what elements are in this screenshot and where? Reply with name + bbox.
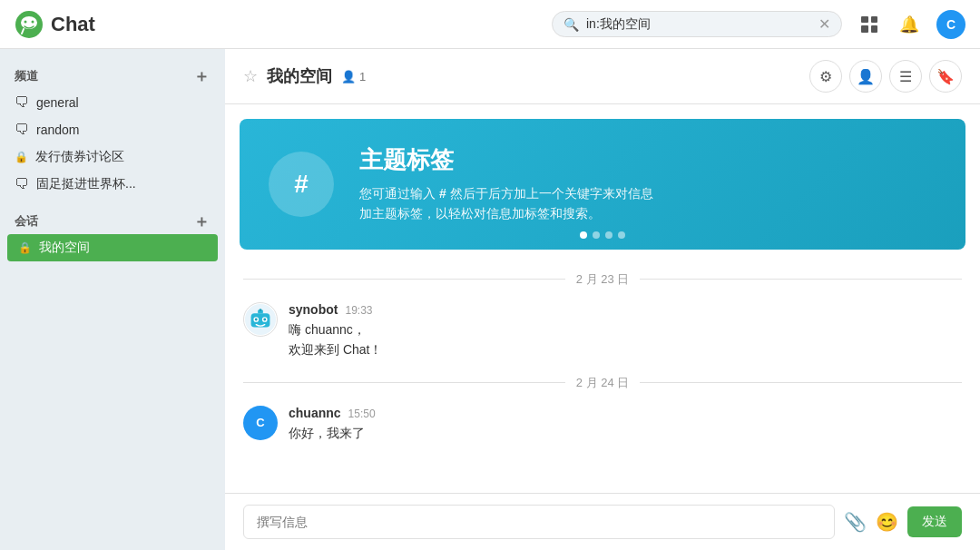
favorite-star-icon[interactable]: ☆ [243,66,258,86]
svg-point-9 [255,318,258,320]
sidebar-item-general[interactable]: 🗨 general [0,89,225,116]
notification-icon[interactable]: 🔔 [897,12,922,37]
channel-hash-icon: 🗨 [15,122,29,138]
date-label-feb24: 2 月 24 日 [576,375,630,391]
message-author-chuannc: chuannc [289,406,341,420]
bookmark-button[interactable]: 🔖 [929,60,962,93]
message-body-chuannc: chuannc 15:50 你好，我来了 [289,406,962,443]
message-time-chuannc: 15:50 [348,408,376,420]
header-actions: 🔔 C [857,10,965,39]
channel-name: 发行债券讨论区 [35,149,124,165]
chuannc-avatar-letter: C [256,416,264,429]
svg-text:#: # [294,170,309,198]
channels-section: 频道 ＋ 🗨 general 🗨 random 🔒 发行债券讨论区 🗨 固足挺进… [0,64,225,198]
app-logo-icon [15,10,44,39]
channels-header: 频道 ＋ [0,64,225,89]
sidebar-item-bonds[interactable]: 🔒 发行债券讨论区 [0,143,225,171]
search-input[interactable] [586,17,811,32]
conversations-header: 会话 ＋ [0,209,225,234]
settings-button[interactable]: ⚙ [809,60,842,93]
message-line2: 欢迎来到 Chat！ [289,342,382,357]
message-author-synobot: synobot [289,302,338,317]
message-body-synobot: synobot 19:33 嗨 chuannc， 欢迎来到 Chat！ [289,302,962,360]
svg-point-12 [260,309,262,311]
send-label: 发送 [922,514,947,530]
content-area: ☆ 我的空间 👤 1 ⚙ 👤 ☰ 🔖 # [225,49,980,550]
svg-point-3 [32,20,34,23]
banner-dot-1[interactable] [580,231,587,239]
message-synobot: synobot 19:33 嗨 chuannc， 欢迎来到 Chat！ [225,295,980,368]
input-area: 📎 😊 发送 [225,493,980,550]
sidebar: 频道 ＋ 🗨 general 🗨 random 🔒 发行债券讨论区 🗨 固足挺进… [0,49,225,550]
synobot-avatar [243,302,278,337]
svg-point-10 [263,318,266,320]
member-icon: 👤 [341,70,356,83]
chuannc-avatar: C [243,406,278,440]
app-name: Chat [51,13,95,36]
search-bar[interactable]: 🔍 ✕ [552,11,842,37]
channel-hash-icon: 🗨 [15,176,29,192]
attachment-icon[interactable]: 📎 [844,511,867,533]
search-clear-icon[interactable]: ✕ [818,15,830,33]
search-icon: 🔍 [564,17,579,32]
channel-name: general [36,95,79,110]
message-text-chuannc: 你好，我来了 [289,423,962,443]
date-separator-feb24: 2 月 24 日 [225,368,980,398]
banner-title: 主题标签 [359,144,653,176]
member-count-value: 1 [359,70,366,83]
app-logo: Chat [15,10,95,39]
message-meta-synobot: synobot 19:33 [289,302,962,317]
header: Chat 🔍 ✕ 🔔 C [0,0,980,49]
message-line1: 嗨 chuannc， [289,322,366,337]
add-channel-button[interactable]: ＋ [192,67,211,85]
members-button[interactable]: 👤 [849,60,882,93]
banner-dot-3[interactable] [605,231,612,239]
channel-header: ☆ 我的空间 👤 1 ⚙ 👤 ☰ 🔖 [225,49,980,104]
banner-dot-2[interactable] [593,231,600,239]
sidebar-item-random[interactable]: 🗨 random [0,116,225,143]
conversations-section: 会话 ＋ 🔒 我的空间 [0,209,225,261]
message-time-synobot: 19:33 [345,304,372,317]
message-input[interactable] [243,505,835,539]
channel-name: random [36,123,79,137]
user-avatar[interactable]: C [936,10,965,39]
message-meta-chuannc: chuannc 15:50 [289,406,962,420]
message-chuannc: C chuannc 15:50 你好，我来了 [225,398,980,450]
banner-hash-icon: # [269,152,334,217]
channels-label: 频道 [15,68,38,84]
channel-name: 固足挺进世界杯... [36,176,136,192]
member-count: 👤 1 [341,70,366,83]
lock-icon: 🔒 [15,151,28,163]
conversations-label: 会话 [15,213,38,230]
banner-description: 您可通过输入 # 然后于后方加上一个关键字来对信息加主题标签，以轻松对信息加标签… [359,183,653,224]
messages-area: # 主题标签 您可通过输入 # 然后于后方加上一个关键字来对信息加主题标签，以轻… [225,104,980,493]
lock-icon: 🔒 [18,241,32,254]
channel-title-area: ☆ 我的空间 👤 1 [243,65,366,87]
banner-pagination [580,231,625,239]
date-label-feb23: 2 月 23 日 [576,271,630,288]
message-text-synobot: 嗨 chuannc， 欢迎来到 Chat！ [289,319,962,360]
grid-icon[interactable] [857,12,882,37]
emoji-icon[interactable]: 😊 [876,511,898,533]
channel-title: 我的空间 [267,65,332,87]
svg-point-2 [24,20,27,23]
main-layout: 频道 ＋ 🗨 general 🗨 random 🔒 发行债券讨论区 🗨 固足挺进… [0,49,980,550]
sidebar-item-soccer[interactable]: 🗨 固足挺进世界杯... [0,171,225,198]
channel-actions: ⚙ 👤 ☰ 🔖 [809,60,962,93]
channel-hash-icon: 🗨 [15,94,29,111]
conversation-name: 我的空间 [39,240,90,256]
svg-point-1 [21,16,37,29]
banner-dot-4[interactable] [618,231,625,239]
send-button[interactable]: 发送 [907,506,962,537]
add-conversation-button[interactable]: ＋ [192,212,211,231]
files-button[interactable]: ☰ [889,60,922,93]
date-separator-feb23: 2 月 23 日 [225,264,980,295]
banner-content: 主题标签 您可通过输入 # 然后于后方加上一个关键字来对信息加主题标签，以轻松对… [359,144,653,224]
welcome-banner: # 主题标签 您可通过输入 # 然后于后方加上一个关键字来对信息加主题标签，以轻… [240,119,965,250]
sidebar-item-myspace[interactable]: 🔒 我的空间 [7,234,218,261]
